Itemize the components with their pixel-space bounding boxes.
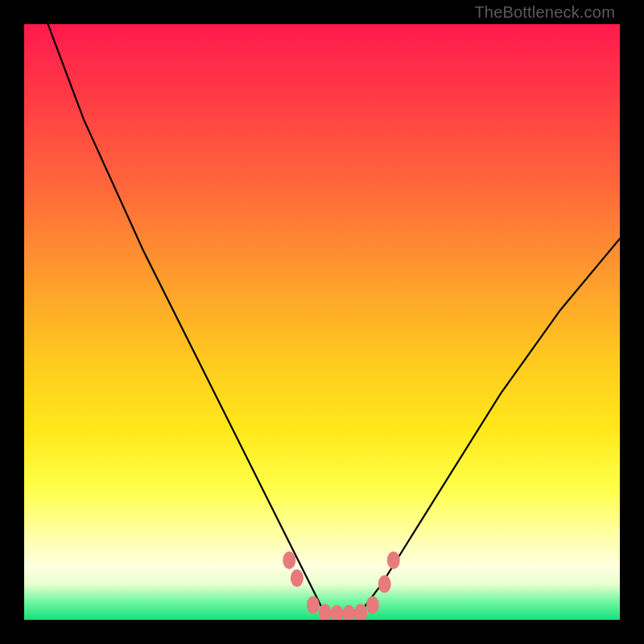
watermark-text: TheBottleneck.com [474,3,615,22]
plot-area [24,24,620,620]
chart-frame: TheBottleneck.com [0,0,644,644]
curve-marker [378,576,391,593]
curve-marker [331,605,344,620]
curve-marker [283,551,295,569]
curve-svg [24,24,620,620]
curve-markers [283,551,400,620]
curve-marker [366,597,379,614]
curve-marker [342,605,355,620]
bottleneck-curve [48,24,620,614]
curve-marker [387,551,400,569]
curve-marker [307,597,320,614]
curve-marker [291,569,303,587]
